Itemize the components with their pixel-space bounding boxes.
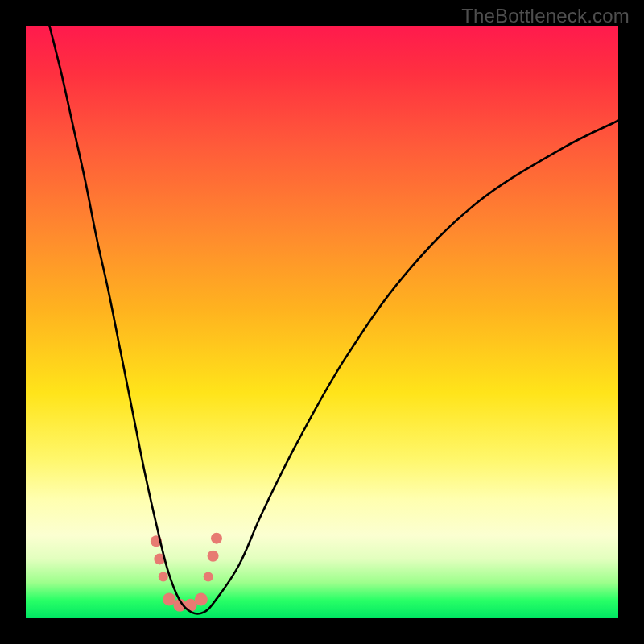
bottleneck-curve [49, 26, 618, 614]
data-marker [195, 592, 208, 605]
data-marker [159, 572, 168, 581]
chart-frame: TheBottleneck.com [0, 0, 644, 644]
data-marker [208, 551, 219, 562]
data-marker [211, 533, 222, 544]
data-marker [204, 572, 213, 581]
chart-svg [26, 26, 618, 618]
watermark-text: TheBottleneck.com [461, 5, 630, 27]
plot-area [26, 26, 618, 618]
